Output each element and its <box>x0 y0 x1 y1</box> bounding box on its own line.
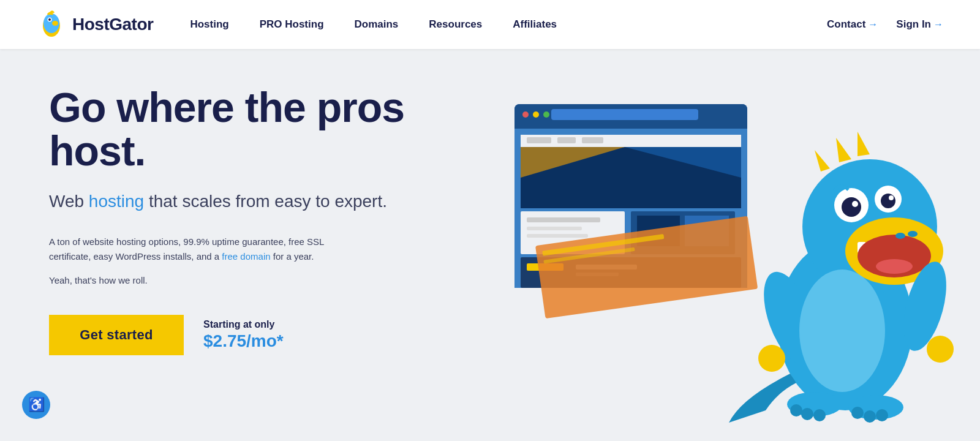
contact-arrow-icon: → <box>868 19 878 30</box>
svg-marker-67 <box>858 132 870 156</box>
accessibility-button[interactable]: ♿ <box>22 391 50 419</box>
svg-rect-23 <box>527 217 600 222</box>
svg-point-64 <box>876 409 888 421</box>
svg-point-48 <box>852 201 858 207</box>
svg-point-50 <box>895 233 905 239</box>
hero-tagline: Yeah, that's how we roll. <box>49 275 429 285</box>
svg-point-53 <box>758 345 785 372</box>
hero-section: Go where the pros host. Web hosting that… <box>0 49 980 441</box>
accessibility-icon: ♿ <box>28 397 45 413</box>
svg-rect-15 <box>527 137 551 143</box>
svg-rect-16 <box>557 137 576 143</box>
svg-point-59 <box>790 404 802 417</box>
illustration-area <box>429 49 980 441</box>
svg-point-11 <box>543 111 549 118</box>
svg-rect-8 <box>551 109 698 120</box>
free-domain-link[interactable]: free domain <box>222 251 270 262</box>
svg-point-47 <box>881 194 895 208</box>
hero-content: Go where the pros host. Web hosting that… <box>49 86 429 355</box>
svg-rect-24 <box>527 227 582 230</box>
subheadline-highlight: hosting <box>89 192 144 211</box>
nav-contact[interactable]: Contact → <box>827 18 878 31</box>
nav-sign-in[interactable]: Sign In → <box>896 18 943 31</box>
site-header: HostGator Hosting PRO Hosting Domains Re… <box>0 0 980 49</box>
svg-point-4 <box>52 21 58 26</box>
svg-point-43 <box>876 259 913 274</box>
svg-point-56 <box>799 270 885 392</box>
logo-link[interactable]: HostGator <box>37 10 153 39</box>
svg-marker-66 <box>836 138 851 162</box>
nav-resources[interactable]: Resources <box>429 18 482 31</box>
signin-arrow-icon: → <box>933 19 943 30</box>
cta-area: Get started Starting at only $2.75/mo* <box>49 315 429 355</box>
svg-rect-17 <box>582 137 603 143</box>
svg-point-60 <box>801 408 813 420</box>
get-started-button[interactable]: Get started <box>49 315 184 355</box>
starting-label: Starting at only <box>203 319 284 330</box>
svg-point-51 <box>908 231 918 237</box>
nav-hosting[interactable]: Hosting <box>190 18 228 31</box>
gator-mascot <box>710 104 968 441</box>
desc-after-link: for a year. <box>271 251 314 262</box>
svg-point-62 <box>851 407 864 419</box>
price-display: $2.75/mo* <box>203 331 284 351</box>
svg-rect-14 <box>521 135 741 147</box>
nav-domains[interactable]: Domains <box>355 18 399 31</box>
svg-point-10 <box>533 111 539 118</box>
hero-description: A ton of website hosting options, 99.9% … <box>49 235 343 264</box>
svg-point-3 <box>48 18 51 21</box>
main-nav: Hosting PRO Hosting Domains Resources Af… <box>190 18 827 31</box>
pricing-info: Starting at only $2.75/mo* <box>203 319 284 351</box>
svg-point-63 <box>864 410 876 423</box>
svg-point-55 <box>927 336 954 363</box>
hero-subheadline: Web hosting that scales from easy to exp… <box>49 190 429 213</box>
svg-marker-65 <box>815 150 830 172</box>
subheadline-before: Web <box>49 192 89 211</box>
svg-point-9 <box>522 111 529 118</box>
subheadline-after: that scales from easy to expert. <box>144 192 387 211</box>
svg-rect-25 <box>527 234 588 238</box>
hero-headline: Go where the pros host. <box>49 86 429 173</box>
nav-pro-hosting[interactable]: PRO Hosting <box>260 18 324 31</box>
svg-point-46 <box>842 197 861 217</box>
logo-icon <box>37 10 66 39</box>
nav-affiliates[interactable]: Affiliates <box>513 18 557 31</box>
svg-point-61 <box>813 409 826 421</box>
svg-point-49 <box>889 195 894 200</box>
nav-right-area: Contact → Sign In → <box>827 18 943 31</box>
brand-name: HostGator <box>72 15 153 34</box>
